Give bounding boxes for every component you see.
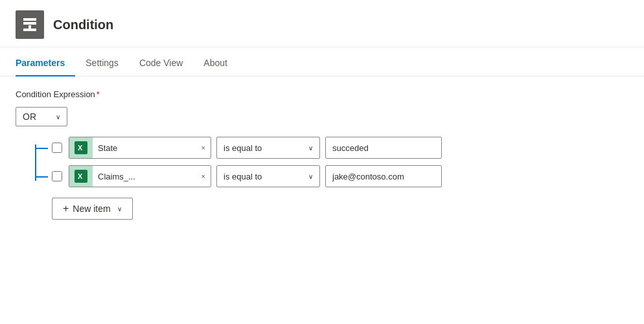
operator-1-chevron-icon: ∨ <box>308 145 313 152</box>
new-item-chevron-icon: ∨ <box>117 205 122 213</box>
condition-icon <box>16 10 44 39</box>
condition-2-value-text: jake@contoso.com <box>332 172 404 181</box>
excel-field-icon: X <box>69 137 93 158</box>
new-item-button[interactable]: + New item ∨ <box>52 198 133 220</box>
svg-text:X: X <box>78 144 83 152</box>
svg-rect-0 <box>23 18 36 21</box>
tab-about[interactable]: About <box>193 50 238 76</box>
svg-rect-4 <box>29 25 31 31</box>
condition-2-checkbox[interactable] <box>52 171 62 181</box>
condition-1-field: X State × <box>69 137 211 159</box>
condition-2-value[interactable]: jake@contoso.com <box>325 165 442 187</box>
condition-1-value-text: succeded <box>332 143 369 153</box>
excel-field-icon-2: X <box>69 166 93 187</box>
tab-bar: Parameters Settings Code View About <box>0 50 644 76</box>
page-header: Condition <box>0 0 644 47</box>
operator-2-chevron-icon: ∨ <box>308 173 313 180</box>
svg-rect-1 <box>23 22 36 25</box>
condition-row: X Claims_... × is equal to ∨ jake@contos… <box>22 165 628 187</box>
page-title: Condition <box>53 17 113 32</box>
excel-icon: X <box>75 141 87 154</box>
svg-text:X: X <box>78 172 83 180</box>
condition-1-field-name: State <box>93 143 196 153</box>
svg-rect-3 <box>30 29 36 31</box>
condition-1-value[interactable]: succeded <box>325 137 442 159</box>
new-item-label: New item <box>73 203 110 214</box>
plus-icon: + <box>63 203 69 214</box>
condition-1-operator[interactable]: is equal to ∨ <box>216 137 320 159</box>
svg-rect-2 <box>23 29 29 31</box>
condition-1-checkbox[interactable] <box>52 143 62 153</box>
condition-1-operator-text: is equal to <box>224 143 308 153</box>
tab-settings[interactable]: Settings <box>75 50 129 76</box>
section-label: Condition Expression* <box>16 89 628 99</box>
or-label: OR <box>23 111 56 122</box>
required-marker: * <box>97 89 100 99</box>
new-item-row: + New item ∨ <box>52 198 628 220</box>
condition-2-close-icon[interactable]: × <box>196 172 211 180</box>
condition-2-field: X Claims_... × <box>69 165 211 187</box>
condition-row: X State × is equal to ∨ succeded <box>22 137 628 159</box>
parameters-content: Condition Expression* OR ∨ X State × <box>0 76 644 233</box>
condition-1-close-icon[interactable]: × <box>196 144 211 152</box>
tab-code-view[interactable]: Code View <box>129 50 193 76</box>
tab-parameters[interactable]: Parameters <box>16 50 75 76</box>
or-dropdown[interactable]: OR ∨ <box>16 107 67 126</box>
condition-2-field-name: Claims_... <box>93 172 196 181</box>
conditions-list: X State × is equal to ∨ succeded <box>22 137 628 220</box>
excel-icon-2: X <box>75 170 87 183</box>
condition-2-operator[interactable]: is equal to ∨ <box>216 165 320 187</box>
or-chevron-icon: ∨ <box>56 113 60 121</box>
condition-2-operator-text: is equal to <box>224 172 308 181</box>
